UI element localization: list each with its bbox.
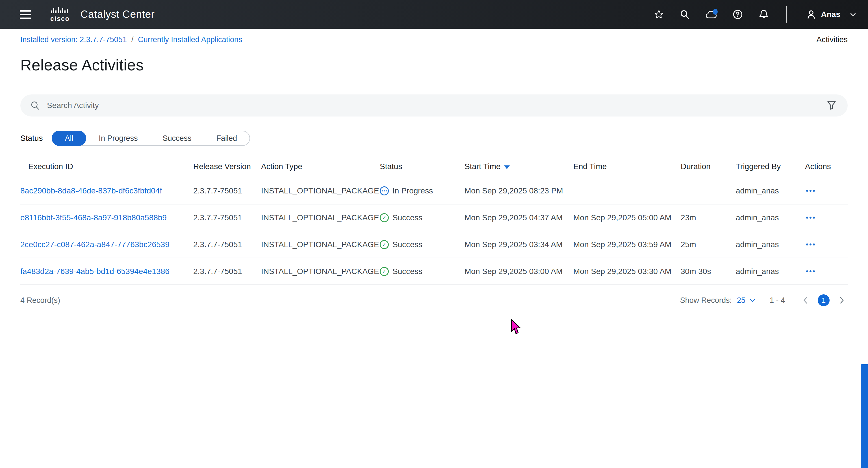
end-time-cell: Mon Sep 29,2025 05:00 AM [573,213,681,222]
triggered-by-cell: admin_anas [736,267,805,276]
user-menu[interactable]: Anas [806,9,857,20]
row-actions-ellipsis-icon[interactable] [805,241,816,248]
column-header-actions[interactable]: Actions [805,162,848,171]
page-size-value: 25 [737,296,745,305]
status-text: Success [393,267,423,276]
column-header-status[interactable]: Status [380,162,465,171]
start-time-cell: Mon Sep 29,2025 03:00 AM [465,267,573,276]
status-cell: ✓ Success [380,240,465,249]
status-option[interactable]: Failed [204,131,250,145]
action-type-cell: INSTALL_OPTIONAL_PACKAGE [261,213,380,222]
help-icon[interactable] [733,9,743,20]
cisco-logo-bars [51,7,69,15]
column-header-triggered-by[interactable]: Triggered By [736,162,805,171]
table-row: fa483d2a-7639-4ab5-bd1d-65394e4e1386 2.3… [20,258,848,285]
chevron-down-icon [849,11,857,18]
current-page-button[interactable]: 1 [818,294,830,306]
breadcrumb-installed-version[interactable]: Installed version: 2.3.7.7-75051 [20,35,127,44]
column-header-execution-id[interactable]: Execution ID [20,162,193,171]
status-success-icon: ✓ [380,267,389,276]
status-success-icon: ✓ [380,240,389,249]
execution-id-link[interactable]: 2ce0cc27-c087-462a-a847-77763bc26539 [20,240,169,249]
product-title: Catalyst Center [81,8,155,20]
action-type-cell: INSTALL_OPTIONAL_PACKAGE [261,267,380,276]
search-icon[interactable] [679,9,690,20]
page-size-select[interactable]: 25 [737,296,756,305]
show-records-label: Show Records: [680,296,732,305]
notifications-bell-icon[interactable] [758,9,769,20]
user-name: Anas [821,10,840,19]
duration-cell: 30m 30s [681,267,736,276]
breadcrumb-row: Installed version: 2.3.7.7-75051 / Curre… [0,35,868,44]
chevron-down-icon [749,297,756,304]
column-header-release-version[interactable]: Release Version [193,162,261,171]
status-text: Success [393,213,423,222]
release-version-cell: 2.3.7.7-75051 [193,240,261,249]
favorites-star-icon[interactable] [654,9,664,20]
status-text: In Progress [393,186,433,196]
triggered-by-cell: admin_anas [736,186,805,196]
activities-corner-label: Activities [816,35,848,44]
duration-cell: 23m [681,213,736,222]
cisco-logo-text: cisco [50,16,70,22]
search-bar [20,94,848,117]
execution-id-link[interactable]: 8ac290bb-8da8-46de-837b-df6c3fbfd04f [20,186,162,195]
page-range: 1 - 4 [770,296,785,305]
breadcrumb: Installed version: 2.3.7.7-75051 / Curre… [20,35,242,44]
header-divider [786,6,786,23]
row-actions-ellipsis-icon[interactable] [805,187,816,195]
status-success-icon: ✓ [380,213,389,222]
status-cell: ✓ Success [380,267,465,276]
status-filter-label: Status [20,134,43,143]
previous-page-icon[interactable] [800,294,811,306]
status-cell: ✓ Success [380,213,465,222]
cisco-logo: cisco [50,7,70,22]
release-version-cell: 2.3.7.7-75051 [193,186,261,196]
column-header-action-type[interactable]: Action Type [261,162,380,171]
execution-id-link[interactable]: e8116bbf-3f55-468a-8a97-918b80a588b9 [20,213,167,222]
column-header-start-time[interactable]: Start Time [465,162,573,171]
release-version-cell: 2.3.7.7-75051 [193,267,261,276]
page-title: Release Activities [0,56,868,74]
start-time-cell: Mon Sep 29,2025 04:37 AM [465,213,573,222]
start-time-cell: Mon Sep 29,2025 08:23 PM [465,186,573,196]
table-row: 8ac290bb-8da8-46de-837b-df6c3fbfd04f 2.3… [20,178,848,204]
duration-cell: 25m [681,240,736,249]
scrollbar-thumb[interactable] [861,364,868,468]
table-header-row: Execution ID Release Version Action Type… [20,155,848,178]
table-row: 2ce0cc27-c087-462a-a847-77763bc26539 2.3… [20,231,848,258]
records-count: 4 Record(s) [20,296,60,305]
triggered-by-cell: admin_anas [736,213,805,222]
row-actions-ellipsis-icon[interactable] [805,267,816,275]
status-segmented-control: All In Progress Success Failed [52,130,250,146]
column-header-duration[interactable]: Duration [681,162,736,171]
cloud-status-icon[interactable] [705,9,717,20]
status-text: Success [393,240,423,249]
breadcrumb-current-applications[interactable]: Currently Installed Applications [138,35,242,44]
action-type-cell: INSTALL_OPTIONAL_PACKAGE [261,186,380,196]
release-version-cell: 2.3.7.7-75051 [193,213,261,222]
status-cell: ✓ In Progress [380,186,465,196]
menu-icon[interactable] [18,8,33,21]
table-footer: 4 Record(s) Show Records: 25 1 - 4 1 [0,292,868,308]
status-option[interactable]: Success [150,131,204,145]
mouse-cursor [510,319,522,335]
cloud-badge [713,9,718,15]
end-time-cell: Mon Sep 29,2025 03:59 AM [573,240,681,249]
status-option[interactable]: All [52,130,86,146]
search-icon [30,100,40,111]
filter-icon[interactable] [825,99,838,112]
status-option[interactable]: In Progress [86,131,150,145]
user-avatar-icon [806,9,816,20]
execution-id-link[interactable]: fa483d2a-7639-4ab5-bd1d-65394e4e1386 [20,267,169,276]
column-header-end-time[interactable]: End Time [573,162,681,171]
search-input[interactable] [47,101,825,110]
app-window: cisco Catalyst Center [0,0,868,468]
status-in-progress-icon: ✓ [380,186,389,196]
top-header: cisco Catalyst Center [0,0,868,29]
next-page-icon[interactable] [836,294,848,306]
breadcrumb-separator: / [131,35,134,44]
row-actions-ellipsis-icon[interactable] [805,214,816,222]
start-time-cell: Mon Sep 29,2025 03:34 AM [465,240,573,249]
pagination: Show Records: 25 1 - 4 1 [680,294,848,306]
